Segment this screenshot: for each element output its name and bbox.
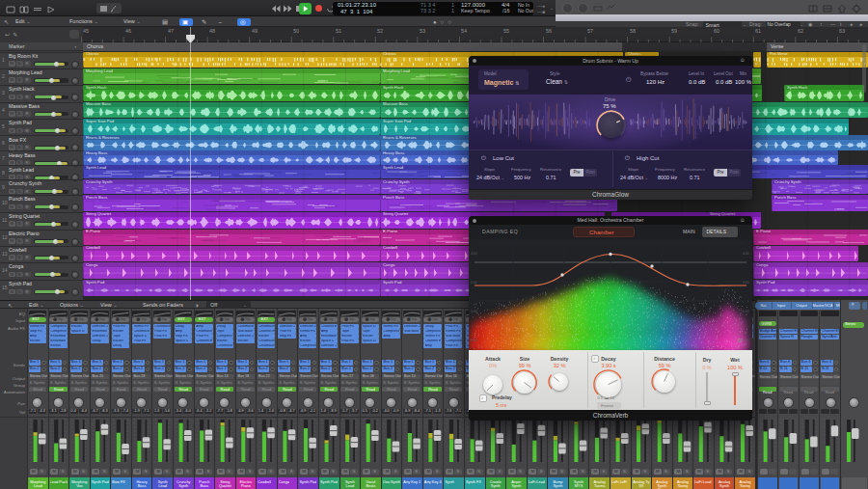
svg-text:4:00: 4:00 <box>743 252 749 256</box>
svg-text:0:30: 0:30 <box>743 339 749 342</box>
svg-text:0:30: 0:30 <box>471 339 477 342</box>
svg-text:2:00: 2:00 <box>743 281 749 285</box>
svg-text:1:00: 1:00 <box>471 310 477 313</box>
svg-text:1:00: 1:00 <box>743 310 749 313</box>
svg-text:2:00: 2:00 <box>471 281 477 285</box>
svg-text:4:00: 4:00 <box>471 252 477 256</box>
